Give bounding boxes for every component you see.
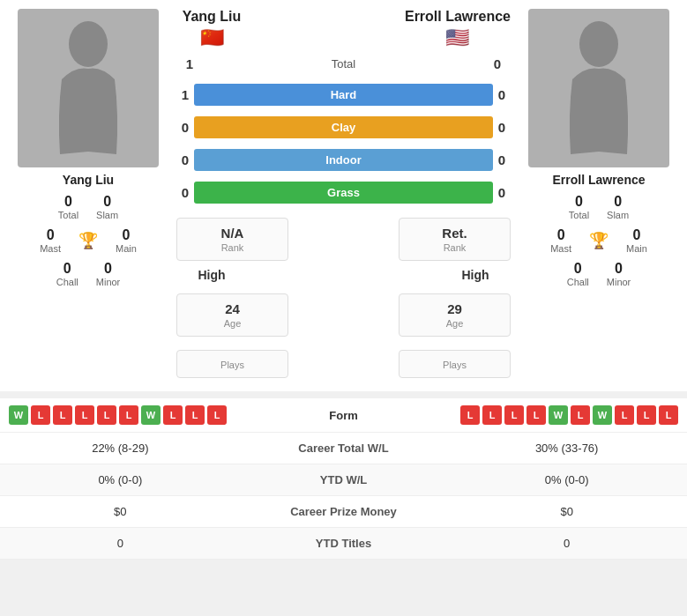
right-total-label: Total — [569, 210, 589, 220]
left-slam-box: 0 Slam — [96, 194, 118, 220]
right-total-value: 0 — [575, 194, 583, 210]
left-mast-box: 0 Mast — [40, 227, 61, 254]
right-form-badges: LLLLWLWLLL — [379, 405, 679, 425]
left-rank-box: N/A Rank — [176, 218, 288, 261]
form-badge: L — [31, 405, 50, 425]
form-badge: W — [593, 405, 612, 425]
form-badge: L — [53, 405, 72, 425]
form-badge: L — [75, 405, 94, 425]
left-indoor-score: 0 — [176, 152, 194, 167]
form-badge: W — [141, 405, 161, 425]
left-stats-row2: 0 Mast 🏆 0 Main — [40, 227, 137, 254]
right-total-score: 0 — [484, 56, 511, 71]
right-mast-value: 0 — [557, 227, 565, 243]
top-section: Yang Liu 0 Total 0 Slam 0 Mast 🏆 0 — [0, 0, 687, 391]
form-badge: L — [526, 405, 546, 425]
right-plays-label: Plays — [443, 360, 467, 370]
left-age-label: Age — [224, 318, 242, 329]
form-badge: L — [637, 405, 656, 425]
high-spacer — [297, 218, 390, 261]
plays-spacer — [297, 350, 390, 378]
form-badge: L — [207, 405, 227, 425]
grass-surface-btn[interactable]: Grass — [194, 182, 493, 204]
left-player-title: Yang Liu — [183, 9, 242, 25]
stats-table: 22% (8-29) Career Total W/L 30% (33-76) … — [0, 433, 687, 560]
right-player-card: Erroll Lawrence 0 Total 0 Slam 0 Mast 🏆 — [519, 9, 678, 382]
indoor-score-row: 0 Indoor 0 — [168, 145, 519, 174]
left-slam-value: 0 — [103, 194, 111, 210]
rank-high-section: N/A Rank Ret. Rank — [168, 213, 519, 265]
left-hard-score: 1 — [176, 87, 194, 102]
right-rank-value: Ret. — [442, 226, 467, 241]
right-main-box: 0 Main — [626, 227, 647, 254]
left-chall-value: 0 — [63, 261, 71, 277]
clay-score-row: 0 Clay 0 — [168, 113, 519, 142]
left-minor-box: 0 Minor — [96, 261, 121, 287]
clay-surface-btn[interactable]: Clay — [194, 116, 493, 138]
right-chall-label: Chall — [567, 277, 589, 287]
table-row: $0 Career Prize Money $0 — [0, 496, 687, 528]
right-stats-row2: 0 Mast 🏆 0 Main — [550, 227, 647, 254]
right-chall-box: 0 Chall — [567, 261, 589, 287]
right-indoor-score: 0 — [493, 152, 511, 167]
right-player-photo — [528, 9, 669, 167]
form-badge: L — [97, 405, 116, 425]
stat-left-val: 22% (8-29) — [0, 433, 241, 464]
right-mast-box: 0 Mast — [550, 227, 571, 254]
form-badge: L — [659, 405, 678, 425]
stat-center-label: Career Total W/L — [241, 433, 447, 464]
left-total-value: 0 — [64, 194, 72, 210]
right-player-header: Erroll Lawrence 🇺🇸 — [405, 9, 511, 49]
right-trophy-icon: 🏆 — [589, 231, 609, 250]
right-minor-box: 0 Minor — [607, 261, 631, 287]
center-section: Yang Liu 🇨🇳 Erroll Lawrence 🇺🇸 1 Total 0… — [168, 9, 519, 382]
hard-surface-btn[interactable]: Hard — [194, 84, 493, 106]
left-player-name: Yang Liu — [63, 173, 114, 187]
age-spacer — [297, 293, 390, 337]
left-mast-value: 0 — [47, 227, 55, 243]
hard-score-row: 1 Hard 0 — [168, 80, 519, 109]
player-headers: Yang Liu 🇨🇳 Erroll Lawrence 🇺🇸 — [168, 9, 519, 49]
right-slam-value: 0 — [614, 194, 622, 210]
form-row: WLLLLLWLLL Form LLLLWLWLLL — [0, 398, 687, 433]
high-row: High High — [168, 265, 519, 285]
form-badge: L — [482, 405, 502, 425]
stat-right-val: 0 — [446, 528, 687, 560]
stat-center-label: YTD W/L — [241, 464, 447, 496]
age-section: 24 Age 29 Age — [168, 289, 519, 341]
right-flag: 🇺🇸 — [445, 26, 469, 49]
main-container: Yang Liu 0 Total 0 Slam 0 Mast 🏆 0 — [0, 0, 687, 560]
right-slam-box: 0 Slam — [607, 194, 629, 220]
form-badge: W — [9, 405, 28, 425]
stat-center-label: Career Prize Money — [241, 496, 447, 528]
left-total-score: 1 — [176, 56, 203, 71]
left-rank-value: N/A — [221, 226, 244, 241]
right-age-value: 29 — [447, 301, 462, 316]
right-grass-score: 0 — [493, 185, 511, 200]
right-age-box: 29 Age — [399, 293, 511, 337]
table-row: 22% (8-29) Career Total W/L 30% (33-76) — [0, 433, 687, 464]
left-slam-label: Slam — [96, 210, 118, 220]
right-hard-score: 0 — [493, 87, 511, 102]
left-main-value: 0 — [122, 227, 130, 243]
right-clay-score: 0 — [493, 120, 511, 135]
svg-point-1 — [579, 21, 618, 67]
indoor-surface-btn[interactable]: Indoor — [194, 149, 493, 171]
left-rank-label: Rank — [221, 242, 244, 253]
right-stats-row1: 0 Total 0 Slam — [569, 194, 629, 220]
left-grass-score: 0 — [176, 185, 194, 200]
left-flag: 🇨🇳 — [200, 26, 224, 49]
left-mast-label: Mast — [40, 243, 61, 254]
right-stats-row3: 0 Chall 0 Minor — [567, 261, 631, 287]
right-high: High — [440, 268, 511, 282]
left-main-box: 0 Main — [116, 227, 137, 254]
right-chall-value: 0 — [574, 261, 582, 277]
right-main-label: Main — [626, 243, 647, 254]
plays-section: Plays Plays — [168, 345, 519, 382]
left-age-box: 24 Age — [176, 293, 288, 337]
form-label: Form — [309, 409, 379, 422]
left-minor-label: Minor — [96, 277, 121, 287]
left-form-badges: WLLLLLWLLL — [9, 405, 309, 425]
right-main-value: 0 — [632, 227, 640, 243]
stat-left-val: 0 — [0, 528, 241, 560]
